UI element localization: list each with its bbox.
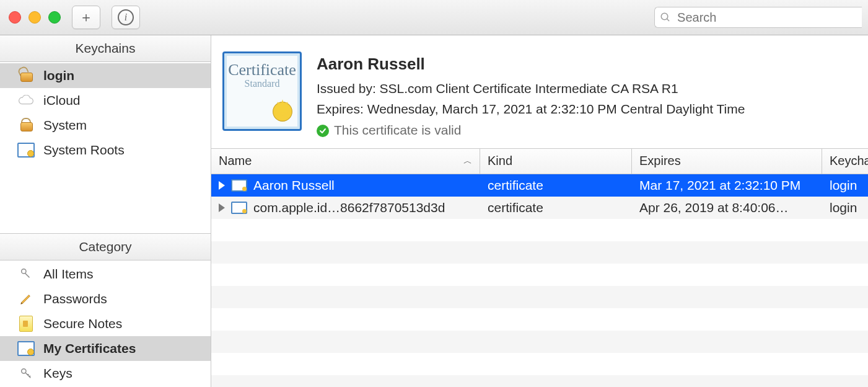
main-area: Certificate Standard Aaron Russell Issue… [211,35,868,387]
expires-value: Wednesday, March 17, 2021 at 2:32:10 PM … [367,102,745,116]
lock-unlocked-icon [17,67,35,84]
plus-icon [79,8,93,27]
cert-icon [231,202,247,214]
keychains-header: Keychains [0,35,211,62]
category-my-certificates[interactable]: My Certificates [0,336,211,361]
row-name: com.apple.id…8662f7870513d3d [253,200,445,215]
issued-by-value: SSL.com Client Certificate Intermediate … [380,81,678,96]
keychain-system-roots[interactable]: System Roots [0,138,211,162]
search-field-wrap[interactable] [654,7,862,28]
disclosure-triangle-icon[interactable] [219,181,225,190]
column-name-label: Name [219,154,252,168]
search-input[interactable] [676,10,857,25]
expires-label: Expires: [317,102,364,116]
category-passwords[interactable]: Passwords [0,287,211,311]
category-label: Passwords [43,291,107,306]
svg-point-0 [661,13,668,20]
cert-icon [17,340,35,357]
category-label: Secure Notes [43,316,122,331]
keychain-label: iCloud [43,93,81,108]
table-header: Name ︿ Kind Expires Keychain [211,149,868,174]
certificates-table: Name ︿ Kind Expires Keychain Aaron Russe… [211,148,868,387]
category-label: Keys [43,366,72,381]
category-label: All Items [43,267,94,282]
seal-icon [269,98,296,125]
keychain-icloud[interactable]: iCloud [0,88,211,113]
certificate-large-icon: Certificate Standard [222,51,302,131]
category-all-items[interactable]: All Items [0,262,211,287]
table-body[interactable]: Aaron Russell certificate Mar 17, 2021 a… [211,174,868,387]
keychain-login[interactable]: login [0,63,211,88]
close-window-button[interactable] [9,11,21,24]
validity-row: This certificate is valid [317,120,745,141]
key-icon [17,365,35,382]
disclosure-triangle-icon[interactable] [219,203,225,212]
category-keys[interactable]: Keys [0,361,211,386]
cert-icon [17,141,35,159]
pencil-icon [17,290,35,308]
certificate-title: Aaron Russell [317,51,745,76]
sidebar: Keychains login iCloud System System Roo… [0,35,211,387]
table-row[interactable]: com.apple.id…8662f7870513d3d certificate… [211,197,868,219]
category-header: Category [0,233,211,260]
keychains-list: login iCloud System System Roots [0,62,211,164]
row-expires: Mar 17, 2021 at 2:32:10 PM [632,178,822,193]
categories-list: All Items Passwords Secure Notes My Cert… [0,260,211,387]
column-name[interactable]: Name ︿ [211,149,480,174]
row-keychain: login [822,178,868,193]
window-controls [9,11,61,24]
column-expires[interactable]: Expires [632,149,822,174]
certificate-detail: Certificate Standard Aaron Russell Issue… [211,35,868,148]
row-expires: Apr 26, 2019 at 8:40:06… [632,200,822,215]
keychain-label: System Roots [43,143,125,158]
add-button[interactable] [72,6,100,29]
info-icon: i [118,9,134,25]
cert-icon [231,179,247,192]
cert-art-line1: Certificate [228,62,296,78]
column-kind[interactable]: Kind [480,149,632,174]
lock-icon [17,117,35,134]
sort-ascending-icon: ︿ [463,156,472,167]
checkmark-icon [317,125,329,137]
note-lock-icon [17,315,35,332]
info-button[interactable]: i [112,6,140,29]
keys-icon [17,265,35,283]
toolbar: i [0,0,868,35]
row-keychain: login [822,200,868,215]
keychain-system[interactable]: System [0,113,211,138]
column-keychain[interactable]: Keychain [822,149,868,174]
expires-row: Expires: Wednesday, March 17, 2021 at 2:… [317,99,745,120]
category-secure-notes[interactable]: Secure Notes [0,311,211,336]
category-label: My Certificates [43,341,136,356]
cloud-icon [17,92,35,109]
keychain-label: System [43,118,87,133]
svg-line-1 [667,19,669,21]
issued-by-label: Issued by: [317,81,376,96]
cert-art-line2: Standard [245,78,280,89]
search-icon [660,11,671,24]
row-kind: certificate [480,178,632,193]
svg-point-3 [22,369,26,373]
validity-status: This certificate is valid [334,120,461,141]
issued-by-row: Issued by: SSL.com Client Certificate In… [317,79,745,99]
row-name: Aaron Russell [253,178,335,193]
row-kind: certificate [480,200,632,215]
table-row[interactable]: Aaron Russell certificate Mar 17, 2021 a… [211,174,868,197]
zoom-window-button[interactable] [48,11,61,24]
minimize-window-button[interactable] [28,11,41,24]
keychain-label: login [43,68,74,83]
